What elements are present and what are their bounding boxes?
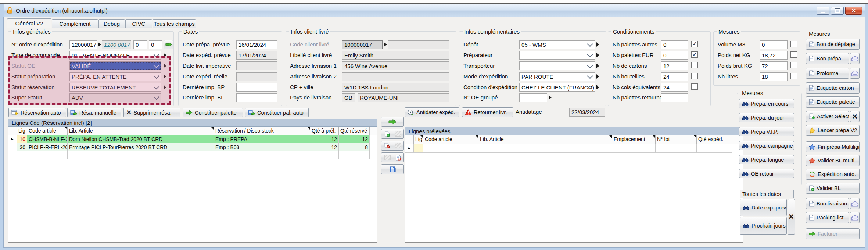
nav-arrow-icon[interactable] — [384, 42, 387, 47]
nb-bouteilles-input[interactable]: 24 — [661, 72, 688, 81]
mail-bon-prepa-button[interactable] — [850, 53, 860, 64]
table-row[interactable] — [405, 144, 743, 153]
nav-arrow-icon[interactable] — [164, 53, 166, 57]
col-qte-reserve[interactable]: Qté réservé — [339, 127, 370, 135]
nav-arrow-icon[interactable] — [164, 74, 166, 79]
etiquette-palette-button[interactable]: Etiquette palette — [806, 96, 860, 108]
col-code-article[interactable]: Code article — [27, 127, 68, 135]
nb-palettes-retournees-input[interactable] — [661, 93, 688, 102]
maximize-button[interactable] — [831, 7, 844, 15]
nb-palettes-autres-input[interactable]: 0 — [661, 40, 688, 49]
nav-arrow-icon[interactable] — [596, 53, 599, 57]
date-exp-prevu-button[interactable]: Date exp. prevu — [740, 199, 787, 216]
save-button[interactable] — [381, 164, 404, 174]
valider-bl-multi-button[interactable]: Valider BL multi — [806, 155, 860, 166]
nb-cols-equivalents-input[interactable]: 24 — [661, 83, 688, 92]
etiquette-carton-button[interactable]: Etiquette carton — [806, 82, 860, 94]
volume-m3-checkbox[interactable] — [790, 41, 797, 47]
order-extra2-input[interactable]: 0 — [149, 40, 162, 49]
validate-line-button[interactable] — [381, 129, 404, 139]
nav-arrow-icon[interactable] — [596, 42, 599, 47]
nb-palettes-eur-input[interactable]: 0 — [661, 51, 688, 60]
proforma-button[interactable]: Proforma — [806, 68, 849, 79]
table-row[interactable]: 10 CHSMB-B-NLF-20 Dom Niellon CHSMB-Trad… — [8, 135, 377, 143]
poids-brut-checkbox[interactable] — [790, 62, 797, 68]
reservation-auto-button[interactable]: Réservation auto — [8, 108, 66, 117]
condition-expedition-combo[interactable]: CHEZ LE CLIENT (FRANCO) T — [519, 83, 595, 92]
order-number-input[interactable]: 12000017 — [69, 40, 97, 49]
col-code-article[interactable]: Code article — [423, 135, 478, 144]
nb-cartons-input[interactable]: 12 — [661, 61, 688, 70]
fin-prepa-multiligne-button[interactable]: Fin prépa Multiligne — [806, 141, 860, 152]
mail-bon-livraison-button[interactable] — [850, 198, 860, 209]
statut-preparation-combo[interactable]: PRÉPA. EN ATTENTE — [69, 72, 161, 81]
oe-retour-button[interactable]: OE retour — [739, 169, 794, 178]
constituer-pal-auto-button[interactable]: Constituer pal. auto — [245, 108, 309, 117]
prochain-jours-button[interactable]: Prochain jours — [740, 217, 787, 235]
prepa-longue-button[interactable]: Prépa. longue — [739, 155, 794, 164]
prepa-campagne-button[interactable]: Prépa. campagne — [739, 141, 794, 150]
col-no-lot[interactable]: N° lot — [656, 135, 697, 144]
transporteur-combo[interactable] — [519, 61, 595, 70]
col-lib-article[interactable]: Lib. Article — [68, 127, 214, 135]
nb-litres-input[interactable]: 18 — [760, 72, 788, 81]
nav-arrow-icon[interactable] — [549, 95, 552, 100]
nb-litres-checkbox[interactable] — [790, 73, 797, 79]
valider-bl-button[interactable]: Valider BL — [806, 183, 860, 194]
date-prepa-prevue-input[interactable]: 16/01/2024 — [236, 40, 277, 49]
mail-proforma-button[interactable] — [850, 68, 860, 79]
retourner-livraison-button[interactable]: Retourner livr. — [462, 107, 513, 117]
col-lig[interactable]: Lig — [414, 135, 423, 144]
nav-arrow-icon[interactable] — [164, 85, 166, 89]
transfer-line-button[interactable] — [381, 117, 404, 127]
prepa-en-cours-button[interactable]: Prépa. en cours — [739, 99, 794, 108]
nav-arrow-icon[interactable] — [596, 64, 599, 68]
resa-manuelle-button[interactable]: Résa. manuelle — [67, 108, 121, 117]
nb-palettes-autres-checkbox[interactable] — [691, 41, 698, 47]
statut-oe-combo[interactable]: VALIDÉ — [69, 61, 161, 70]
tab-general-v2[interactable]: Général V2 — [7, 18, 51, 28]
nav-arrow-icon[interactable] — [596, 85, 599, 89]
close-button[interactable] — [845, 7, 862, 15]
antidater-exped-button[interactable]: Antidater expéd. — [405, 107, 459, 117]
go-order-button[interactable] — [164, 40, 173, 49]
tab-tous-les-champs[interactable]: Tous les champs — [153, 19, 196, 28]
nb-bouteilles-checkbox[interactable] — [691, 73, 698, 79]
close-dates-filter-button[interactable] — [788, 199, 795, 235]
nav-arrow-icon[interactable] — [98, 42, 101, 47]
oe-groupe-input[interactable] — [519, 93, 547, 102]
derniere-imp-bl-input[interactable] — [236, 93, 277, 102]
constituer-palette-button[interactable]: Constituer palette — [183, 108, 243, 117]
col-lig[interactable]: Lig — [17, 127, 27, 135]
nav-arrow-icon[interactable] — [164, 64, 166, 68]
nav-arrow-icon[interactable] — [596, 74, 599, 79]
mail-packing-list-button[interactable] — [850, 212, 860, 223]
preparateur-combo[interactable] — [519, 51, 595, 60]
lancer-prepa-v2-button[interactable]: Lancer prépa V2 — [806, 125, 860, 136]
tab-civc[interactable]: CIVC — [125, 19, 152, 28]
cancel-select-button[interactable] — [850, 111, 860, 122]
tab-complement[interactable]: Complément — [52, 19, 98, 28]
order-type-combo[interactable]: 01 - VENTE NORMALE — [69, 51, 161, 60]
nb-palettes-eur-checkbox[interactable] — [691, 51, 698, 58]
col-qte-exped[interactable]: Qté expéd. — [697, 135, 732, 144]
bon-livraison-button[interactable]: Bon livraison — [806, 198, 849, 209]
bon-depilage-button[interactable]: Bon de dépilage — [806, 39, 860, 50]
delete-line-button[interactable] — [381, 152, 404, 162]
expedition-auto-button[interactable]: Expédition auto. — [806, 169, 860, 180]
supprimer-resa-button[interactable]: Supprimer résa. — [123, 108, 180, 117]
col-emplacement[interactable]: Emplacement — [612, 135, 656, 144]
poids-brut-input[interactable]: 72 — [760, 61, 788, 70]
col-lib-article[interactable]: Lib. Article — [478, 135, 612, 144]
prepa-vip-button[interactable]: Prépa V.I.P. — [739, 127, 794, 136]
nb-cartons-checkbox[interactable] — [691, 62, 698, 68]
poids-net-input[interactable]: 18,72 — [760, 51, 788, 60]
packing-list-button[interactable]: Packing list — [806, 212, 849, 223]
bon-prepa-button[interactable]: Bon prépa. — [806, 53, 849, 64]
check-line-button[interactable] — [381, 141, 404, 151]
derniere-imp-bp-input[interactable] — [236, 83, 277, 92]
minimize-button[interactable] — [817, 7, 829, 15]
col-reservation[interactable]: Réservation / Dispo stock — [214, 127, 310, 135]
col-qte-prel[interactable]: Qté à prél. — [310, 127, 339, 135]
poids-net-checkbox[interactable] — [790, 51, 797, 58]
